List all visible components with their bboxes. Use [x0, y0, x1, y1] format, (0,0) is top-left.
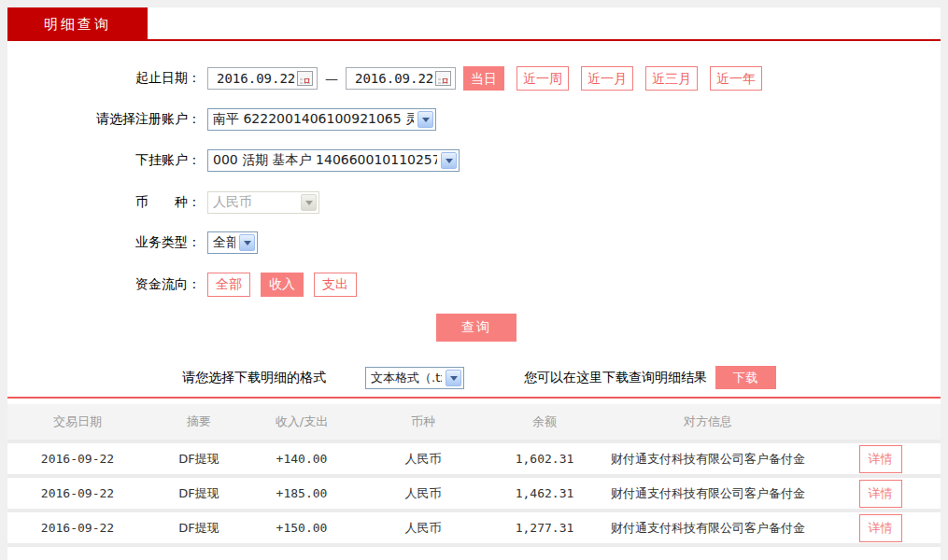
- date-to-input[interactable]: 2016.09.22: [346, 67, 456, 90]
- cell-counterparty: 财付通支付科技有限公司客户备付金: [596, 511, 820, 545]
- sub-account-value: 000 活期 基本户 1406600101102571848: [213, 152, 437, 169]
- detail-button[interactable]: 详情: [859, 514, 902, 542]
- currency-row: 币 种： 人民币: [7, 191, 319, 214]
- cell-balance: 1,277.31: [493, 511, 596, 545]
- quick-range-quarter[interactable]: 近三月: [645, 66, 698, 91]
- main-panel: 明细查询 起止日期： 2016.09.22 — 2016.09.22 当日近一周…: [7, 7, 941, 560]
- cell-action: 详情: [820, 476, 941, 511]
- sub-account-select[interactable]: 000 活期 基本户 1406600101102571848: [207, 149, 460, 172]
- quick-range-group: 当日近一周近一月近三月近一年: [456, 66, 762, 91]
- quick-range-today[interactable]: 当日: [463, 66, 504, 91]
- transaction-table: 交易日期摘要收入/支出币种余额对方信息 2016-09-22DF提现+140.0…: [7, 404, 941, 547]
- download-format-value: 文本格式（.txt）: [371, 370, 442, 386]
- currency-select: 人民币: [207, 191, 319, 214]
- cell-currency: 人民币: [353, 441, 493, 476]
- download-format-select[interactable]: 文本格式（.txt）: [365, 367, 464, 389]
- fund-flow-expense[interactable]: 支出: [314, 273, 357, 297]
- fund-flow-group: 全部收入支出: [207, 273, 367, 297]
- date-from-input[interactable]: 2016.09.22: [207, 67, 318, 90]
- cell-currency: 人民币: [353, 511, 493, 545]
- cell-action: 详情: [820, 441, 941, 476]
- fund-flow-row: 资金流向： 全部收入支出: [7, 273, 367, 297]
- cell-balance: 1,462.31: [493, 476, 596, 511]
- download-button[interactable]: 下载: [715, 366, 776, 389]
- cell-currency: 人民币: [353, 476, 493, 511]
- download-hint: 您可以在这里下载查询明细结果: [524, 370, 707, 386]
- download-row: 请您选择下载明细的格式 文本格式（.txt） 您可以在这里下载查询明细结果 下载: [182, 366, 776, 389]
- detail-button[interactable]: 详情: [859, 445, 902, 473]
- cell-summary: DF提现: [148, 511, 250, 545]
- detail-button[interactable]: 详情: [859, 480, 902, 508]
- register-account-select[interactable]: 南平 6222001406100921065 灵通卡: [207, 108, 436, 131]
- tab-detail-query[interactable]: 明细查询: [7, 7, 148, 41]
- calendar-icon[interactable]: [297, 71, 313, 86]
- business-type-row: 业务类型： 全部: [7, 231, 258, 254]
- table-body: 2016-09-22DF提现+140.00人民币1,602.31财付通支付科技有…: [7, 441, 941, 545]
- cell-date: 2016-09-22: [7, 441, 148, 476]
- table-header-row: 交易日期摘要收入/支出币种余额对方信息: [7, 404, 941, 441]
- quick-range-week[interactable]: 近一周: [516, 66, 569, 91]
- quick-range-year[interactable]: 近一年: [710, 66, 762, 91]
- table-header-cell: 收入/支出: [250, 404, 353, 441]
- query-button[interactable]: 查询: [436, 314, 516, 342]
- cell-date: 2016-09-22: [7, 511, 148, 545]
- chevron-down-icon: [441, 152, 457, 169]
- date-from-value: 2016.09.22: [217, 71, 297, 86]
- table-row: 2016-09-22DF提现+140.00人民币1,602.31财付通支付科技有…: [7, 441, 941, 476]
- download-format-label: 请您选择下载明细的格式: [182, 370, 365, 386]
- sub-account-label: 下挂账户：: [7, 152, 201, 169]
- fund-flow-all[interactable]: 全部: [207, 273, 250, 297]
- table-header-cell: 币种: [353, 404, 493, 441]
- cell-amount: +185.00: [250, 476, 353, 511]
- table-header-cell: 余额: [493, 404, 596, 441]
- chevron-down-icon: [301, 194, 317, 211]
- cell-summary: DF提现: [148, 476, 250, 511]
- date-range-row: 起止日期： 2016.09.22 — 2016.09.22 当日近一周近一月近三…: [7, 66, 762, 91]
- cell-counterparty: 财付通支付科技有限公司客户备付金: [596, 476, 820, 511]
- currency-value: 人民币: [213, 194, 297, 211]
- cell-amount: +150.00: [250, 511, 353, 545]
- business-type-value: 全部: [213, 234, 235, 251]
- tab-bar: 明细查询: [7, 7, 941, 41]
- table-header-cell: 交易日期: [7, 404, 148, 441]
- fund-flow-label: 资金流向：: [7, 276, 201, 293]
- date-range-dash: —: [325, 71, 338, 86]
- tab-label: 明细查询: [44, 16, 111, 34]
- register-account-label: 请选择注册账户：: [7, 111, 201, 128]
- calendar-icon[interactable]: [435, 71, 451, 86]
- chevron-down-icon: [446, 370, 461, 386]
- business-type-select[interactable]: 全部: [207, 231, 258, 254]
- table-header-cell: 摘要: [148, 404, 250, 441]
- quick-range-month[interactable]: 近一月: [581, 66, 633, 91]
- table-separator-line: [7, 397, 941, 399]
- sub-account-row: 下挂账户： 000 活期 基本户 1406600101102571848: [7, 149, 460, 172]
- cell-date: 2016-09-22: [7, 476, 148, 511]
- register-account-row: 请选择注册账户： 南平 6222001406100921065 灵通卡: [7, 108, 436, 131]
- chevron-down-icon: [417, 111, 433, 128]
- table-header-cell: [820, 404, 941, 441]
- currency-label: 币 种：: [7, 194, 201, 211]
- date-range-label: 起止日期：: [7, 70, 201, 87]
- table-header-cell: 对方信息: [596, 404, 820, 441]
- cell-action: 详情: [820, 511, 941, 545]
- business-type-label: 业务类型：: [7, 234, 201, 251]
- cell-summary: DF提现: [148, 441, 250, 476]
- cell-counterparty: 财付通支付科技有限公司客户备付金: [596, 441, 820, 476]
- date-to-value: 2016.09.22: [355, 71, 435, 86]
- cell-amount: +140.00: [250, 441, 353, 476]
- cell-balance: 1,602.31: [493, 441, 596, 476]
- register-account-value: 南平 6222001406100921065 灵通卡: [213, 111, 414, 128]
- chevron-down-icon: [239, 234, 255, 251]
- table-row: 2016-09-22DF提现+150.00人民币1,277.31财付通支付科技有…: [7, 511, 941, 545]
- fund-flow-income[interactable]: 收入: [261, 273, 304, 297]
- table-row: 2016-09-22DF提现+185.00人民币1,462.31财付通支付科技有…: [7, 476, 941, 511]
